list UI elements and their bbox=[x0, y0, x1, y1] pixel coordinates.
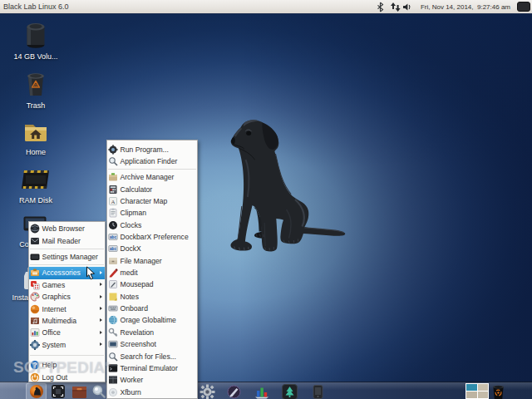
svg-text:abc: abc bbox=[110, 247, 116, 251]
svg-text:A: A bbox=[111, 199, 115, 205]
svg-text:abc: abc bbox=[110, 235, 116, 239]
